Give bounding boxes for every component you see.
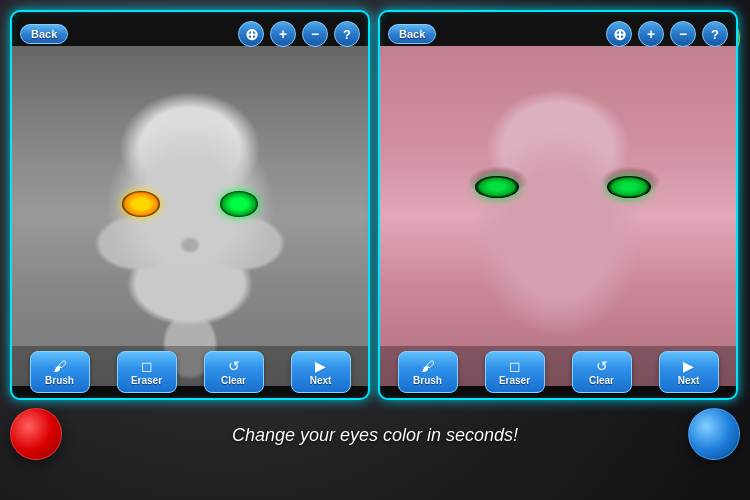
baby-nose [179,236,201,254]
woman-move-icon[interactable]: ⊕ [606,21,632,47]
woman-button-bar: 🖌 Brush ◻ Eraser ↺ Clear ▶ Next [380,346,736,398]
woman-zoomout-icon[interactable]: − [670,21,696,47]
woman-eye-left [475,176,519,198]
blue-ball[interactable] [688,408,740,460]
baby-next-label: Next [310,375,332,386]
baby-eraser-label: Eraser [131,375,162,386]
baby-eye-right [220,191,258,217]
baby-clear-button[interactable]: ↺ Clear [204,351,264,393]
woman-eye-right [607,176,651,198]
eraser-icon: ◻ [141,359,153,373]
baby-photo-panel: Back ⊕ + − ? 🖌 Brush ◻ Eraser ↺ [10,10,370,400]
baby-button-bar: 🖌 Brush ◻ Eraser ↺ Clear ▶ Next [12,346,368,398]
woman-zoomin-icon[interactable]: + [638,21,664,47]
baby-back-button[interactable]: Back [20,24,68,44]
woman-brush-button[interactable]: 🖌 Brush [398,351,458,393]
woman-photo-panel: Back ⊕ + − ? 🖌 Brush ◻ Eraser [378,10,738,400]
panels-container: Back ⊕ + − ? 🖌 Brush ◻ Eraser ↺ [0,0,750,400]
woman-face [380,46,736,386]
woman-next-label: Next [678,375,700,386]
woman-help-icon[interactable]: ? [702,21,728,47]
baby-brush-label: Brush [45,375,74,386]
woman-photo-area [380,46,736,386]
baby-eye-left [122,191,160,217]
woman-clear-label: Clear [589,375,614,386]
brush-icon: 🖌 [53,359,67,373]
baby-eraser-button[interactable]: ◻ Eraser [117,351,177,393]
baby-next-button[interactable]: ▶ Next [291,351,351,393]
baby-photo-area [12,46,368,386]
baby-clear-label: Clear [221,375,246,386]
woman-clear-icon: ↺ [596,359,608,373]
baby-brush-button[interactable]: 🖌 Brush [30,351,90,393]
baby-face [12,46,368,386]
woman-eraser-icon: ◻ [509,359,521,373]
woman-clear-button[interactable]: ↺ Clear [572,351,632,393]
woman-toolbar: Back ⊕ + − ? [380,18,736,50]
next-icon: ▶ [315,359,326,373]
baby-zoomin-icon[interactable]: + [270,21,296,47]
baby-help-icon[interactable]: ? [334,21,360,47]
woman-brush-label: Brush [413,375,442,386]
woman-eraser-button[interactable]: ◻ Eraser [485,351,545,393]
bottom-bar: Change your eyes color in seconds! [0,400,750,470]
woman-back-button[interactable]: Back [388,24,436,44]
clear-icon: ↺ [228,359,240,373]
baby-move-icon[interactable]: ⊕ [238,21,264,47]
woman-brush-icon: 🖌 [421,359,435,373]
baby-zoomout-icon[interactable]: − [302,21,328,47]
baby-toolbar: Back ⊕ + − ? [12,18,368,50]
red-ball[interactable] [10,408,62,460]
woman-next-icon: ▶ [683,359,694,373]
woman-eraser-label: Eraser [499,375,530,386]
woman-next-button[interactable]: ▶ Next [659,351,719,393]
tagline: Change your eyes color in seconds! [232,425,518,446]
